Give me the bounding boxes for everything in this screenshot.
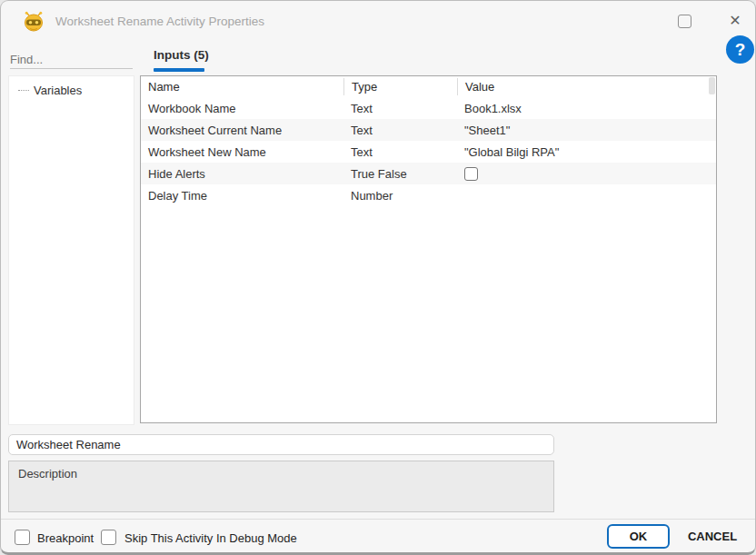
tab-inputs[interactable]: Inputs (5) xyxy=(154,48,209,62)
description-textarea[interactable]: Description xyxy=(8,461,554,512)
breakpoint-label: Breakpoint xyxy=(37,531,94,545)
cancel-button[interactable]: CANCEL xyxy=(681,524,744,549)
row-value-cell[interactable] xyxy=(457,166,715,181)
tree-item-variables[interactable]: Variables xyxy=(9,76,134,97)
find-input[interactable] xyxy=(10,50,133,69)
skip-debug-checkbox[interactable] xyxy=(101,530,116,545)
hide-alerts-checkbox[interactable] xyxy=(464,167,478,181)
row-type-cell: Text xyxy=(343,145,457,159)
row-name-cell: Workbook Name xyxy=(141,102,343,115)
row-name-cell: Delay Time xyxy=(141,189,343,203)
row-name-cell: Hide Alerts xyxy=(141,167,343,181)
table-row[interactable]: Worksheet Current Name Text "Sheet1" xyxy=(141,119,716,141)
table-row[interactable]: Worksheet New Name Text "Global Bilgi RP… xyxy=(141,141,716,163)
row-type-cell: Text xyxy=(343,102,457,115)
tree-connector-dots xyxy=(18,90,29,91)
table-body: Workbook Name Text Book1.xlsx Worksheet … xyxy=(141,97,716,206)
titlebar[interactable]: Worksheet Rename Activity Properties ✕ xyxy=(1,1,755,43)
window-title: Worksheet Rename Activity Properties xyxy=(55,15,264,28)
variables-tree-panel: Variables xyxy=(8,75,134,425)
ok-button[interactable]: OK xyxy=(607,524,670,549)
column-header-value[interactable]: Value xyxy=(457,78,715,95)
tree-item-label: Variables xyxy=(34,84,82,97)
table-row[interactable]: Delay Time Number xyxy=(141,184,716,206)
table-row[interactable]: Workbook Name Text Book1.xlsx xyxy=(141,97,716,119)
row-name-cell: Worksheet New Name xyxy=(141,145,343,159)
vertical-scrollbar-thumb[interactable] xyxy=(709,77,715,94)
close-button[interactable]: ✕ xyxy=(726,11,744,31)
maximize-button[interactable] xyxy=(678,15,691,28)
footer-divider xyxy=(1,519,755,520)
properties-dialog: Worksheet Rename Activity Properties ✕ ?… xyxy=(0,0,756,555)
row-type-cell: True False xyxy=(343,167,457,181)
column-header-type[interactable]: Type xyxy=(343,78,457,95)
tab-active-indicator xyxy=(154,68,204,72)
row-value-cell[interactable]: "Sheet1" xyxy=(457,124,715,137)
column-header-name[interactable]: Name xyxy=(141,78,343,95)
row-value-cell[interactable]: "Global Bilgi RPA" xyxy=(457,145,715,159)
inputs-table: Name Type Value Workbook Name Text Book1… xyxy=(140,75,717,423)
help-button[interactable]: ? xyxy=(726,35,754,64)
breakpoint-checkbox[interactable] xyxy=(15,530,30,545)
activity-name-input[interactable]: Worksheet Rename xyxy=(8,434,554,455)
table-row[interactable]: Hide Alerts True False xyxy=(141,163,716,184)
row-name-cell: Worksheet Current Name xyxy=(141,124,343,137)
row-value-cell[interactable]: Book1.xlsx xyxy=(457,102,715,115)
skip-debug-label: Skip This Activity In Debug Mode xyxy=(124,531,297,545)
robot-app-icon xyxy=(23,11,45,33)
row-type-cell: Text xyxy=(343,124,457,137)
row-type-cell: Number xyxy=(343,189,457,203)
table-header-row: Name Type Value xyxy=(141,76,716,97)
